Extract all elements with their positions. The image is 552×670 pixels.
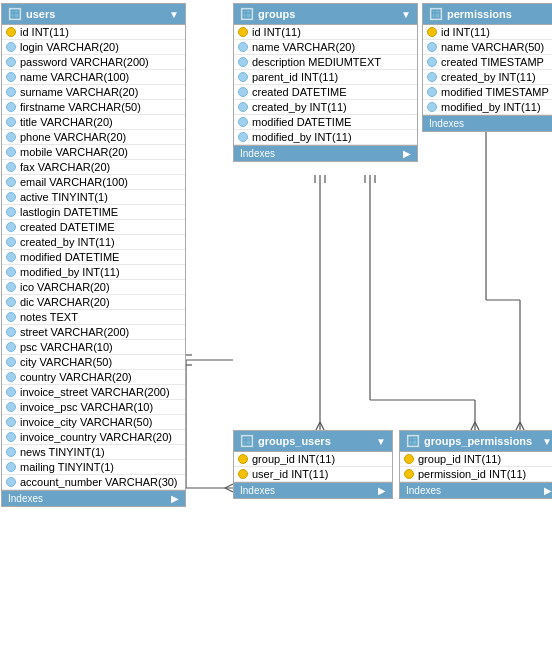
field-icon	[238, 117, 248, 127]
table-groups-permissions-indexes-label: Indexes	[406, 485, 441, 496]
field-icon	[6, 312, 16, 322]
field-groups-permissions-permission-id: permission_id INT(11)	[400, 467, 552, 482]
svg-line-22	[516, 422, 520, 430]
field-groups-modified: modified DATETIME	[234, 115, 417, 130]
table-users-title: users	[26, 8, 55, 20]
key-icon-users-id	[6, 27, 16, 37]
table-groups-users[interactable]: groups_users ▼ group_id INT(11) user_id …	[233, 430, 393, 499]
field-icon	[238, 87, 248, 97]
field-users-modified: modified DATETIME	[2, 250, 185, 265]
field-users-street: street VARCHAR(200)	[2, 325, 185, 340]
field-permissions-modified-by: modified_by INT(11)	[423, 100, 552, 115]
field-icon	[6, 402, 16, 412]
field-users-active: active TINYINT(1)	[2, 190, 185, 205]
field-users-phone: phone VARCHAR(20)	[2, 130, 185, 145]
svg-line-8	[316, 422, 320, 430]
field-icon	[6, 327, 16, 337]
svg-line-23	[520, 422, 524, 430]
table-users-dropdown[interactable]: ▼	[169, 9, 179, 20]
field-icon	[6, 222, 16, 232]
table-icon-groups-users	[240, 434, 254, 448]
field-groups-users-group-id: group_id INT(11)	[234, 452, 392, 467]
field-users-invoice-city: invoice_city VARCHAR(50)	[2, 415, 185, 430]
table-users-footer[interactable]: Indexes ▶	[2, 490, 185, 506]
field-icon	[6, 267, 16, 277]
field-icon	[6, 177, 16, 187]
key-icon-groups-permissions-permission-id	[404, 469, 414, 479]
table-groups-permissions[interactable]: groups_permissions ▼ group_id INT(11) pe…	[399, 430, 552, 499]
table-groups-users-dropdown[interactable]: ▼	[376, 436, 386, 447]
field-icon	[427, 72, 437, 82]
field-users-invoice-psc: invoice_psc VARCHAR(10)	[2, 400, 185, 415]
field-users-lastlogin: lastlogin DATETIME	[2, 205, 185, 220]
table-permissions-footer[interactable]: Indexes ▶	[423, 115, 552, 131]
svg-rect-26	[11, 10, 19, 18]
field-icon	[6, 387, 16, 397]
field-users-email: email VARCHAR(100)	[2, 175, 185, 190]
table-users-indexes-label: Indexes	[8, 493, 43, 504]
key-icon-groups-id	[238, 27, 248, 37]
field-users-mobile: mobile VARCHAR(20)	[2, 145, 185, 160]
table-permissions[interactable]: permissions ▼ id INT(11) name VARCHAR(50…	[422, 3, 552, 132]
field-permissions-modified: modified TIMESTAMP	[423, 85, 552, 100]
table-groups-footer[interactable]: Indexes ▶	[234, 145, 417, 161]
table-users-header: users ▼	[2, 4, 185, 25]
table-icon-users	[8, 7, 22, 21]
table-groups-users-footer[interactable]: Indexes ▶	[234, 482, 392, 498]
table-users[interactable]: users ▼ id INT(11) login VARCHAR(20) pas…	[1, 3, 186, 507]
field-icon	[6, 57, 16, 67]
field-icon	[6, 477, 16, 487]
diagram-container: users ▼ id INT(11) login VARCHAR(20) pas…	[0, 0, 552, 670]
field-icon	[6, 342, 16, 352]
field-users-mailing: mailing TINYINT(1)	[2, 460, 185, 475]
field-icon	[6, 462, 16, 472]
field-icon	[6, 117, 16, 127]
field-groups-name: name VARCHAR(20)	[234, 40, 417, 55]
field-icon	[6, 447, 16, 457]
field-icon	[6, 192, 16, 202]
svg-rect-38	[409, 437, 417, 445]
field-groups-created: created DATETIME	[234, 85, 417, 100]
table-icon-permissions	[429, 7, 443, 21]
field-icon	[427, 87, 437, 97]
table-permissions-header: permissions ▼	[423, 4, 552, 25]
field-users-created: created DATETIME	[2, 220, 185, 235]
field-permissions-name: name VARCHAR(50)	[423, 40, 552, 55]
table-groups[interactable]: groups ▼ id INT(11) name VARCHAR(20) des…	[233, 3, 418, 162]
table-groups-permissions-title: groups_permissions	[424, 435, 532, 447]
field-users-password: password VARCHAR(200)	[2, 55, 185, 70]
svg-rect-29	[243, 10, 251, 18]
field-users-notes: notes TEXT	[2, 310, 185, 325]
field-users-login: login VARCHAR(20)	[2, 40, 185, 55]
table-groups-dropdown[interactable]: ▼	[401, 9, 411, 20]
field-users-invoice-country: invoice_country VARCHAR(20)	[2, 430, 185, 445]
field-icon	[427, 102, 437, 112]
field-icon	[6, 237, 16, 247]
table-groups-footer-arrow: ▶	[403, 148, 411, 159]
table-groups-permissions-header: groups_permissions ▼	[400, 431, 552, 452]
table-groups-permissions-dropdown[interactable]: ▼	[542, 436, 552, 447]
key-icon-permissions-id	[427, 27, 437, 37]
field-icon	[6, 432, 16, 442]
field-users-surname: surname VARCHAR(20)	[2, 85, 185, 100]
field-users-modified-by: modified_by INT(11)	[2, 265, 185, 280]
field-icon	[6, 147, 16, 157]
field-icon	[6, 132, 16, 142]
table-permissions-title: permissions	[447, 8, 512, 20]
field-icon	[6, 162, 16, 172]
table-groups-permissions-footer[interactable]: Indexes ▶	[400, 482, 552, 498]
field-users-ico: ico VARCHAR(20)	[2, 280, 185, 295]
field-users-invoice-street: invoice_street VARCHAR(200)	[2, 385, 185, 400]
field-icon	[6, 72, 16, 82]
field-users-country: country VARCHAR(20)	[2, 370, 185, 385]
svg-line-4	[225, 488, 233, 492]
field-icon	[6, 297, 16, 307]
field-permissions-created: created TIMESTAMP	[423, 55, 552, 70]
table-groups-users-header: groups_users ▼	[234, 431, 392, 452]
table-groups-title: groups	[258, 8, 295, 20]
field-permissions-created-by: created_by INT(11)	[423, 70, 552, 85]
key-icon-groups-permissions-group-id	[404, 454, 414, 464]
field-icon	[427, 57, 437, 67]
field-users-psc: psc VARCHAR(10)	[2, 340, 185, 355]
field-users-name: name VARCHAR(100)	[2, 70, 185, 85]
